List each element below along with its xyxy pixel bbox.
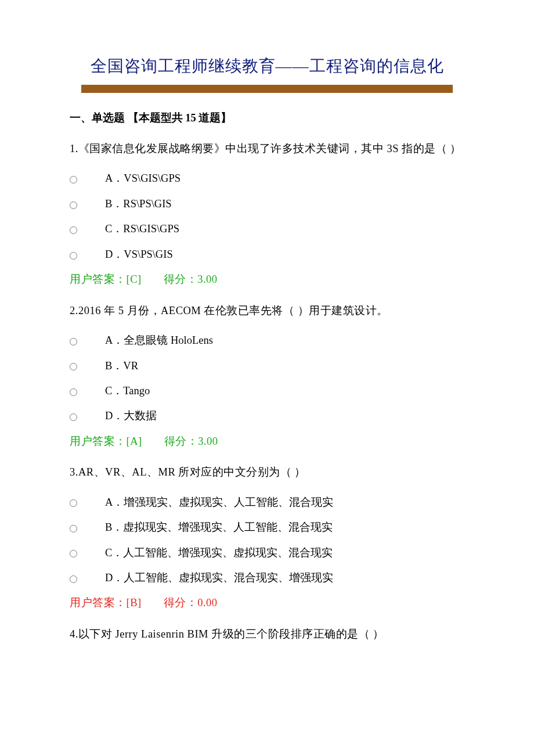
option-label: C．人工智能、增强现实、虚拟现实、混合现实 xyxy=(105,544,333,562)
answer-label: 用户答案： xyxy=(70,435,127,447)
section-header: 一、单选题 【本题型共 15 道题】 xyxy=(70,109,464,127)
option[interactable]: B．RS\PS\GIS xyxy=(70,195,464,213)
question-stem: 2.2016 年 5 月份，AECOM 在伦敦已率先将（ ）用于建筑设计。 xyxy=(70,302,464,320)
option[interactable]: B．虚拟现实、增强现实、人工智能、混合现实 xyxy=(70,519,464,537)
score-label: 得分： xyxy=(164,597,198,609)
score-value: 3.00 xyxy=(197,273,217,285)
radio[interactable] xyxy=(70,388,77,396)
radio[interactable] xyxy=(70,550,77,557)
question-stem: 3.AR、VR、AL、MR 所对应的中文分别为（ ） xyxy=(70,463,464,481)
radio[interactable] xyxy=(70,499,77,507)
score-value: 0.00 xyxy=(197,597,217,609)
title-underline xyxy=(81,85,453,93)
answer-label: 用户答案： xyxy=(70,597,127,609)
option-label: A．全息眼镜 HoloLens xyxy=(105,332,213,350)
page: 全国咨询工程师继续教育——工程咨询的信息化 一、单选题 【本题型共 15 道题】… xyxy=(0,0,534,756)
option-group: A．增强现实、虚拟现实、人工智能、混合现实 B．虚拟现实、增强现实、人工智能、混… xyxy=(70,494,464,588)
option[interactable]: C．人工智能、增强现实、虚拟现实、混合现实 xyxy=(70,544,464,562)
option-label: A．增强现实、虚拟现实、人工智能、混合现实 xyxy=(105,494,333,512)
page-title: 全国咨询工程师继续教育——工程咨询的信息化 xyxy=(70,52,464,80)
option-label: D．VS\PS\GIS xyxy=(105,246,173,264)
option[interactable]: B．VR xyxy=(70,357,464,375)
answer-value: [C] xyxy=(127,273,142,285)
option-label: C．Tango xyxy=(105,382,150,400)
answer-label: 用户答案： xyxy=(70,273,127,285)
radio[interactable] xyxy=(70,201,77,209)
question-number: 3. xyxy=(70,466,78,478)
radio[interactable] xyxy=(70,338,77,345)
option-group: A．全息眼镜 HoloLens B．VR C．Tango D．大数据 xyxy=(70,332,464,426)
radio[interactable] xyxy=(70,413,77,421)
option[interactable]: C．Tango xyxy=(70,382,464,400)
option[interactable]: D．大数据 xyxy=(70,407,464,425)
option[interactable]: D．VS\PS\GIS xyxy=(70,246,464,264)
option[interactable]: A．VS\GIS\GPS xyxy=(70,170,464,188)
answer-line: 用户答案：[A]得分：3.00 xyxy=(70,433,464,451)
score-label: 得分： xyxy=(164,273,198,285)
radio[interactable] xyxy=(70,226,77,234)
option-label: B．虚拟现实、增强现实、人工智能、混合现实 xyxy=(105,519,333,537)
answer-line: 用户答案：[C]得分：3.00 xyxy=(70,271,464,289)
question-number: 4. xyxy=(70,628,78,640)
score-value: 3.00 xyxy=(198,435,218,447)
radio[interactable] xyxy=(70,575,77,583)
radio[interactable] xyxy=(70,525,77,532)
radio[interactable] xyxy=(70,176,77,183)
option-label: B．RS\PS\GIS xyxy=(105,195,172,213)
answer-value: [B] xyxy=(127,597,142,609)
question-stem: 4.以下对 Jerry Laisenrin BIM 升级的三个阶段排序正确的是（… xyxy=(70,625,464,643)
answer-line: 用户答案：[B]得分：0.00 xyxy=(70,594,464,612)
option[interactable]: A．全息眼镜 HoloLens xyxy=(70,332,464,350)
radio[interactable] xyxy=(70,363,77,370)
option-label: B．VR xyxy=(105,357,138,375)
option[interactable]: C．RS\GIS\GPS xyxy=(70,220,464,238)
option-label: D．人工智能、虚拟现实、混合现实、增强现实 xyxy=(105,569,333,587)
option-label: D．大数据 xyxy=(105,407,157,425)
radio[interactable] xyxy=(70,252,77,260)
option[interactable]: A．增强现实、虚拟现实、人工智能、混合现实 xyxy=(70,494,464,512)
option-group: A．VS\GIS\GPS B．RS\PS\GIS C．RS\GIS\GPS D．… xyxy=(70,170,464,264)
answer-value: [A] xyxy=(127,435,142,447)
option-label: A．VS\GIS\GPS xyxy=(105,170,181,188)
option[interactable]: D．人工智能、虚拟现实、混合现实、增强现实 xyxy=(70,569,464,587)
option-label: C．RS\GIS\GPS xyxy=(105,220,179,238)
question-number: 2. xyxy=(70,305,78,316)
question-stem: 1.《国家信息化发展战略纲要》中出现了许多技术关键词，其中 3S 指的是（ ） xyxy=(70,140,464,158)
question-number: 1. xyxy=(70,143,78,154)
score-label: 得分： xyxy=(164,435,199,447)
